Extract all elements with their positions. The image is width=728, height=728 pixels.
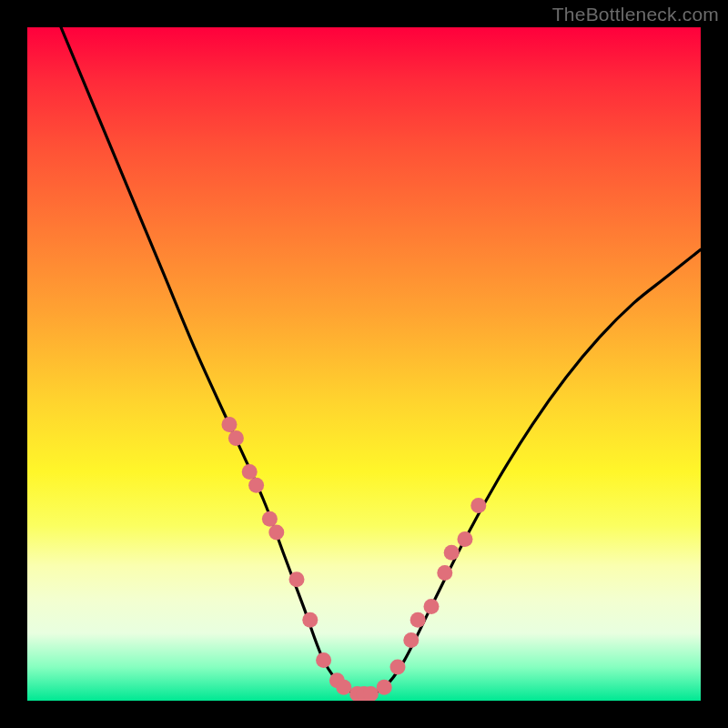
highlight-dot xyxy=(437,565,452,581)
highlight-dot xyxy=(390,660,406,675)
chart-svg xyxy=(27,27,701,701)
outer-frame: TheBottleneck.com xyxy=(0,0,728,728)
highlight-dot xyxy=(248,478,264,493)
highlight-dot xyxy=(242,464,258,480)
highlight-dot xyxy=(268,525,284,541)
highlight-dot xyxy=(470,498,486,513)
highlight-dot xyxy=(403,632,419,648)
highlight-dot xyxy=(424,599,440,614)
plot-area xyxy=(27,27,701,701)
highlight-dot xyxy=(444,545,460,561)
highlight-dot xyxy=(302,612,318,628)
bottleneck-curve xyxy=(61,27,701,694)
highlight-dot xyxy=(228,430,244,446)
highlight-dot xyxy=(289,571,305,587)
watermark-text: TheBottleneck.com xyxy=(552,4,719,25)
highlight-dots xyxy=(222,417,487,701)
highlight-dot xyxy=(262,511,278,527)
highlight-dot xyxy=(377,680,392,695)
highlight-dot xyxy=(410,612,426,628)
highlight-dot xyxy=(336,680,351,695)
highlight-dot xyxy=(316,652,331,668)
highlight-dot xyxy=(222,417,238,432)
highlight-dot xyxy=(458,531,473,547)
